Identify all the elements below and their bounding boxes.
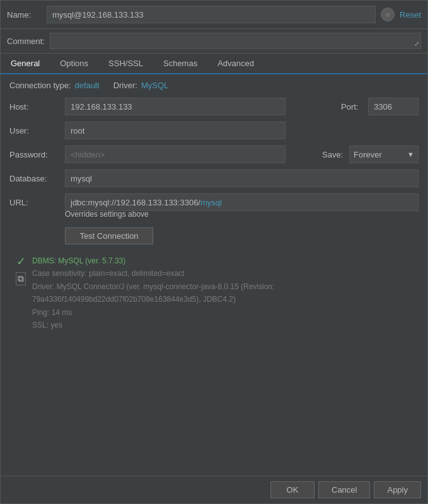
- driver-info2-status: 79a4336f140499bd22dd07f02b708e163844e3d5…: [32, 293, 274, 306]
- url-display[interactable]: jdbc:mysql://192.168.133.133:3306/mysql: [65, 193, 419, 211]
- save-dropdown[interactable]: Forever ▼: [349, 146, 419, 163]
- database-label: Database:: [9, 174, 60, 183]
- test-connection-button[interactable]: Test Connection: [65, 227, 153, 244]
- comment-input[interactable]: [50, 33, 421, 49]
- ssl-status: SSL: yes: [32, 319, 274, 331]
- user-row: User:: [9, 122, 419, 139]
- bottom-bar: OK Cancel Apply: [1, 476, 427, 503]
- password-input[interactable]: [65, 146, 286, 163]
- tab-options[interactable]: Options: [50, 54, 98, 73]
- apply-button[interactable]: Apply: [374, 481, 421, 498]
- port-input[interactable]: [368, 98, 419, 115]
- password-row: Password: Save: Forever ▼: [9, 146, 419, 163]
- status-icons: ✓ ⧉: [16, 256, 26, 331]
- chevron-down-icon: ▼: [407, 151, 414, 158]
- name-label: Name:: [7, 10, 42, 20]
- save-label: Save:: [322, 150, 344, 159]
- driver-info-status: Driver: MySQL Connector/J (ver. mysql-co…: [32, 280, 274, 293]
- status-text-block: DBMS: MySQL (ver. 5.7.33) Case sensitivi…: [32, 255, 274, 331]
- comment-label: Comment:: [7, 37, 45, 46]
- expand-icon[interactable]: ⤢: [414, 40, 419, 47]
- cancel-button[interactable]: Cancel: [318, 481, 370, 498]
- check-icon: ✓: [16, 256, 26, 267]
- url-prefix: jdbc:mysql://192.168.133.133:3306/: [71, 198, 200, 207]
- tab-sshssl[interactable]: SSH/SSL: [98, 54, 153, 73]
- url-suffix: mysql: [200, 198, 222, 207]
- case-sensitivity-status: Case sensitivity: plain=exact, delimited…: [32, 267, 274, 280]
- host-row: Host: Port:: [9, 98, 419, 115]
- driver-label: Driver:: [113, 81, 137, 90]
- overrides-text: Overrides settings above: [65, 210, 419, 219]
- port-label: Port:: [341, 102, 363, 112]
- url-label: URL:: [9, 198, 60, 207]
- host-input[interactable]: [65, 98, 286, 115]
- database-input[interactable]: [65, 169, 419, 187]
- conn-type-label: Connection type:: [9, 81, 71, 90]
- comment-bar: Comment: ⤢: [1, 29, 427, 54]
- conn-type-value[interactable]: default: [75, 81, 100, 90]
- user-input[interactable]: [65, 122, 286, 139]
- content-area: Connection type: default Driver: MySQL H…: [1, 74, 427, 476]
- driver-value[interactable]: MySQL: [141, 81, 168, 90]
- connection-type-row: Connection type: default Driver: MySQL: [9, 81, 419, 90]
- password-label: Password:: [9, 150, 60, 159]
- tab-advanced[interactable]: Advanced: [207, 54, 264, 73]
- copy-icon[interactable]: ⧉: [16, 272, 26, 285]
- status-area: ✓ ⧉ DBMS: MySQL (ver. 5.7.33) Case sensi…: [16, 255, 419, 331]
- comment-input-wrapper: ⤢: [50, 33, 421, 49]
- name-input[interactable]: [47, 6, 376, 23]
- ping-status: Ping: 14 ms: [32, 306, 274, 319]
- tabs-bar: General Options SSH/SSL Schemas Advanced: [1, 54, 427, 74]
- reset-link[interactable]: Reset: [400, 10, 421, 20]
- ok-button[interactable]: OK: [270, 481, 315, 498]
- tab-schemas[interactable]: Schemas: [153, 54, 207, 73]
- host-label: Host:: [9, 102, 60, 112]
- dbms-status: DBMS: MySQL (ver. 5.7.33): [32, 255, 274, 267]
- url-row: URL: jdbc:mysql://192.168.133.133:3306/m…: [9, 193, 419, 211]
- name-bar: Name: ○ Reset: [1, 1, 427, 29]
- user-label: User:: [9, 126, 60, 135]
- tab-general[interactable]: General: [1, 54, 50, 74]
- connection-dialog: Name: ○ Reset Comment: ⤢ General Options…: [0, 0, 428, 504]
- database-row: Database:: [9, 169, 419, 187]
- save-dropdown-value: Forever: [354, 150, 382, 159]
- name-clear-button[interactable]: ○: [381, 8, 395, 21]
